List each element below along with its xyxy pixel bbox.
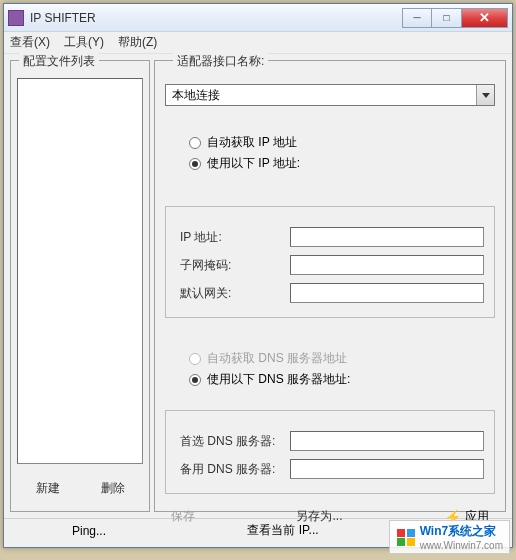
- gateway-input[interactable]: [290, 283, 484, 303]
- radio-auto-ip[interactable]: [189, 137, 201, 149]
- watermark-brand: Win7系统之家: [420, 524, 497, 538]
- adapter-select[interactable]: 本地连接: [165, 84, 495, 106]
- alt-dns-label: 备用 DNS 服务器:: [180, 461, 290, 478]
- pref-dns-label: 首选 DNS 服务器:: [180, 433, 290, 450]
- radio-use-ip-row[interactable]: 使用以下 IP 地址:: [189, 155, 485, 172]
- alt-dns-input[interactable]: [290, 459, 484, 479]
- minimize-button[interactable]: ─: [402, 8, 432, 28]
- config-list-label: 配置文件列表: [19, 53, 99, 70]
- chevron-down-icon[interactable]: [476, 85, 494, 105]
- maximize-button[interactable]: □: [432, 8, 462, 28]
- close-button[interactable]: ✕: [462, 8, 508, 28]
- radio-auto-dns-label: 自动获取 DNS 服务器地址: [207, 350, 347, 367]
- adapter-value: 本地连接: [166, 87, 476, 104]
- subnet-input[interactable]: [290, 255, 484, 275]
- ip-address-input[interactable]: [290, 227, 484, 247]
- radio-use-ip-label: 使用以下 IP 地址:: [207, 155, 300, 172]
- watermark: Win7系统之家 www.Winwin7.com: [389, 520, 510, 554]
- gateway-label: 默认网关:: [180, 285, 290, 302]
- ip-section: 自动获取 IP 地址 使用以下 IP 地址:: [165, 124, 495, 190]
- new-button[interactable]: 新建: [36, 480, 60, 497]
- radio-use-dns[interactable]: [189, 374, 201, 386]
- delete-button[interactable]: 删除: [101, 480, 125, 497]
- radio-use-ip[interactable]: [189, 158, 201, 170]
- app-icon: [8, 10, 24, 26]
- radio-use-dns-label: 使用以下 DNS 服务器地址:: [207, 371, 350, 388]
- ping-button[interactable]: Ping...: [14, 524, 164, 538]
- window-title: IP SHIFTER: [30, 11, 402, 25]
- pref-dns-input[interactable]: [290, 431, 484, 451]
- windows-logo-icon: [396, 528, 416, 547]
- titlebar[interactable]: IP SHIFTER ─ □ ✕: [4, 4, 512, 32]
- config-listbox[interactable]: [17, 78, 143, 464]
- view-ip-button[interactable]: 查看当前 IP...: [164, 522, 402, 539]
- ip-address-label: IP 地址:: [180, 229, 290, 246]
- config-list-panel: 配置文件列表 新建 删除: [10, 60, 150, 512]
- menu-tools[interactable]: 工具(Y): [64, 34, 104, 51]
- watermark-url: www.Winwin7.com: [420, 540, 503, 551]
- ip-fields-group: IP 地址: 子网掩码: 默认网关:: [165, 206, 495, 318]
- settings-panel: 适配器接口名称: 本地连接 自动获取 IP 地址 使用以下 IP 地址:: [154, 60, 506, 512]
- dns-radio-section: 自动获取 DNS 服务器地址 使用以下 DNS 服务器地址:: [165, 334, 495, 394]
- subnet-label: 子网掩码:: [180, 257, 290, 274]
- menu-help[interactable]: 帮助(Z): [118, 34, 157, 51]
- radio-auto-dns: [189, 353, 201, 365]
- radio-auto-ip-row[interactable]: 自动获取 IP 地址: [189, 134, 485, 151]
- main-body: 配置文件列表 新建 删除 适配器接口名称: 本地连接 自动获取 IP 地址: [4, 54, 512, 518]
- menu-view[interactable]: 查看(X): [10, 34, 50, 51]
- radio-auto-dns-row: 自动获取 DNS 服务器地址: [189, 350, 485, 367]
- adapter-label: 适配器接口名称:: [173, 53, 268, 70]
- radio-use-dns-row[interactable]: 使用以下 DNS 服务器地址:: [189, 371, 485, 388]
- app-window: IP SHIFTER ─ □ ✕ 查看(X) 工具(Y) 帮助(Z) 配置文件列…: [3, 3, 513, 548]
- dns-fields-group: 首选 DNS 服务器: 备用 DNS 服务器:: [165, 410, 495, 494]
- radio-auto-ip-label: 自动获取 IP 地址: [207, 134, 297, 151]
- menubar: 查看(X) 工具(Y) 帮助(Z): [4, 32, 512, 54]
